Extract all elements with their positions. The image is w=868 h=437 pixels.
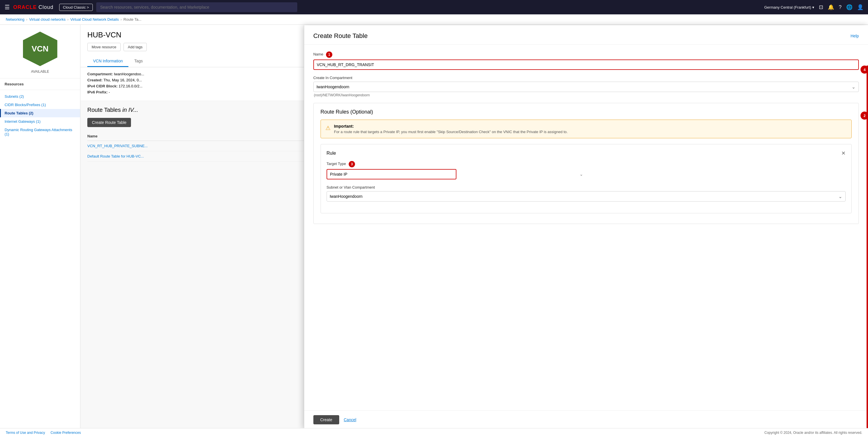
name-input[interactable] — [313, 59, 859, 70]
warning-content: Important: For a route rule that targets… — [334, 124, 568, 134]
annotation-badge-2: 2 — [861, 112, 868, 120]
main-layout: VCN AVAILABLE Resources Subnets (2) CIDR… — [0, 25, 868, 436]
modal-header: Create Route Table Help — [304, 25, 868, 45]
nav-right: Germany Central (Frankfurt) ▾ ⊡ 🔔 ? 🌐 👤 — [764, 4, 863, 10]
sidebar-item-drg[interactable]: Dynamic Routing Gateways Attachments (1) — [0, 126, 80, 138]
warning-icon: ⚠ — [326, 124, 331, 134]
rule-card-header: Rule ✕ — [327, 150, 846, 156]
created-value: Thu, May 16, 2024, 0... — [103, 78, 142, 82]
modal-help-link[interactable]: Help — [850, 34, 859, 38]
globe-icon[interactable]: 🌐 — [846, 4, 852, 10]
rule-close-button[interactable]: ✕ — [841, 150, 846, 156]
name-label: Name 1 — [313, 52, 859, 58]
sidebar-item-subnets[interactable]: Subnets (2) — [0, 92, 80, 100]
subnet-vlan-form-group: Subnet or Vlan Compartment IwanHoogendoo… — [327, 185, 846, 202]
search-input[interactable] — [96, 2, 297, 12]
help-icon[interactable]: ? — [839, 4, 842, 10]
compartment-value: IwanHoogendoo... — [114, 72, 144, 76]
vcn-status-badge: AVAILABLE — [31, 69, 49, 74]
modal-actions: Create Cancel — [304, 410, 868, 429]
target-type-select-wrapper: Private IP Internet Gateway Dynamic Rout… — [327, 169, 586, 179]
region-selector[interactable]: Germany Central (Frankfurt) ▾ — [764, 5, 814, 9]
create-route-table-modal: 4 2 Create Route Table Help Name 1 Creat… — [304, 25, 868, 429]
target-type-form-group: Target Type 3 Private IP Internet Gatewa… — [327, 161, 846, 179]
compartment-select-wrapper: IwanHoogendoorn — [313, 82, 859, 92]
route-rules-section: Route Rules (Optional) ⚠ Important: For … — [313, 103, 859, 224]
modal-body: Name 1 Create In Compartment IwanHoogend… — [304, 45, 868, 410]
cancel-button[interactable]: Cancel — [344, 417, 356, 422]
copyright-text: Copyright © 2024, Oracle and/or its affi… — [764, 431, 862, 435]
tab-tags[interactable]: Tags — [128, 56, 149, 67]
create-route-table-button[interactable]: Create Route Table — [87, 118, 131, 127]
annotation-badge-4: 4 — [861, 65, 868, 74]
step-badge-1: 1 — [326, 52, 332, 58]
bottom-links: Terms of Use and Privacy Cookie Preferen… — [6, 431, 85, 435]
chevron-down-icon: ⌄ — [580, 172, 583, 177]
sidebar: VCN AVAILABLE Resources Subnets (2) CIDR… — [0, 25, 81, 436]
red-border-marker — [867, 65, 868, 429]
add-tags-button[interactable]: Add tags — [124, 43, 147, 51]
subnet-vlan-select[interactable]: IwanHoogendoorn — [327, 191, 846, 202]
compartment-form-group: Create In Compartment IwanHoogendoorn (r… — [313, 76, 859, 97]
tab-vcn-information[interactable]: VCN Information — [87, 56, 128, 67]
user-icon[interactable]: 👤 — [857, 4, 863, 10]
warning-box: ⚠ Important: For a route rule that targe… — [320, 120, 851, 138]
breadcrumb-networking[interactable]: Networking — [6, 17, 24, 22]
monitor-icon[interactable]: ⊡ — [819, 4, 823, 10]
chevron-down-icon: ▾ — [812, 5, 814, 9]
rule-card-title: Rule — [327, 151, 336, 156]
route-table-link-2[interactable]: Default Route Table for HUB-VC... — [87, 154, 144, 158]
target-type-select[interactable]: Private IP Internet Gateway Dynamic Rout… — [327, 169, 456, 179]
bell-icon[interactable]: 🔔 — [828, 4, 834, 10]
breadcrumb-current: Route Ta... — [124, 17, 142, 22]
sidebar-item-cidr[interactable]: CIDR Blocks/Prefixes (1) — [0, 100, 80, 109]
oracle-logo: ORACLE Cloud — [13, 4, 54, 10]
route-rules-title: Route Rules (Optional) — [320, 109, 851, 115]
breadcrumb: Networking › Virtual cloud networks › Vi… — [0, 14, 868, 25]
top-navigation: ☰ ORACLE Cloud Cloud Classic > Germany C… — [0, 0, 868, 14]
ipv4-value: 172.16.0.0/2... — [119, 84, 143, 88]
move-resource-button[interactable]: Move resource — [87, 43, 121, 51]
modal-title: Create Route Table — [313, 32, 368, 40]
warning-title: Important: — [334, 124, 568, 128]
terms-link[interactable]: Terms of Use and Privacy — [6, 431, 45, 435]
compartment-select[interactable]: IwanHoogendoorn — [313, 82, 859, 92]
vcn-logo-area: VCN AVAILABLE — [0, 25, 80, 78]
warning-text: For a route rule that targets a Private … — [334, 130, 568, 134]
sidebar-item-internet-gateways[interactable]: Internet Gateways (1) — [0, 117, 80, 126]
target-type-label: Target Type 3 — [327, 161, 846, 167]
route-table-link-1[interactable]: VCN_RT_HUB_PRIVATE_SUBNE... — [87, 144, 148, 148]
step-badge-3: 3 — [349, 161, 355, 167]
breadcrumb-vcn[interactable]: Virtual cloud networks — [29, 17, 65, 22]
sidebar-item-route-tables[interactable]: Route Tables (2) — [0, 109, 80, 117]
hamburger-icon[interactable]: ☰ — [5, 4, 10, 11]
cookie-link[interactable]: Cookie Preferences — [51, 431, 81, 435]
ipv6-value: - — [108, 90, 110, 94]
bottom-bar: Terms of Use and Privacy Cookie Preferen… — [0, 428, 868, 436]
rule-card: Rule ✕ Target Type 3 Private IP Internet — [320, 144, 851, 213]
compartment-label: Create In Compartment — [313, 76, 859, 80]
vcn-hexagon-icon: VCN — [23, 32, 57, 66]
subnet-vlan-label: Subnet or Vlan Compartment — [327, 185, 846, 190]
name-form-group: Name 1 — [313, 52, 859, 70]
subnet-vlan-select-wrapper: IwanHoogendoorn — [327, 191, 846, 202]
breadcrumb-vcn-details[interactable]: Virtual Cloud Network Details — [70, 17, 119, 22]
resources-section-title: Resources — [0, 78, 80, 87]
create-button[interactable]: Create — [313, 415, 339, 424]
cloud-classic-button[interactable]: Cloud Classic > — [59, 4, 93, 11]
compartment-path: (root)/NETWORK/IwanHoogendoorn — [313, 93, 859, 97]
